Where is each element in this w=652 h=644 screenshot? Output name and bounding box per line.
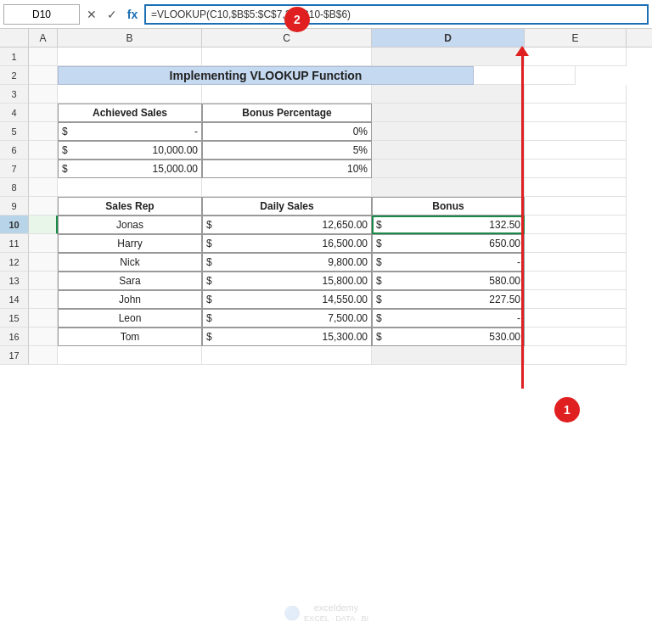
row-header-17: 17 <box>0 346 29 365</box>
row-7: 7 $ 15,000.00 10% <box>0 160 652 178</box>
col-header-b[interactable]: B <box>58 29 202 47</box>
cell-d7[interactable] <box>372 160 525 178</box>
cell-d17[interactable] <box>372 346 525 365</box>
cell-e10[interactable] <box>525 216 627 234</box>
col-header-a[interactable]: A <box>29 29 58 47</box>
cell-c14[interactable]: $ 14,550.00 <box>202 290 372 309</box>
cell-b15[interactable]: Leon <box>58 309 202 328</box>
cell-d10-bonus[interactable]: $ 132.50 <box>372 216 525 234</box>
bonus-header[interactable]: Bonus <box>372 197 525 216</box>
cell-c17[interactable] <box>202 346 372 365</box>
row-header-12: 12 <box>0 253 29 272</box>
cell-c12[interactable]: $ 9,800.00 <box>202 253 372 272</box>
cell-c7[interactable]: 10% <box>202 160 372 178</box>
cell-b8[interactable] <box>58 178 202 197</box>
cell-e4[interactable] <box>525 104 627 122</box>
row-4: 4 Achieved Sales Bonus Percentage <box>0 104 652 122</box>
cell-e13[interactable] <box>525 272 627 290</box>
cell-c10-sales[interactable]: $ 12,650.00 <box>202 216 372 234</box>
row-9: 9 Sales Rep Daily Sales Bonus <box>0 197 652 216</box>
cell-b12[interactable]: Nick <box>58 253 202 272</box>
cell-b5[interactable]: $ - <box>58 122 202 141</box>
cell-reference-box[interactable]: D10 <box>3 4 80 25</box>
cell-c11[interactable]: $ 16,500.00 <box>202 234 372 253</box>
cell-e2[interactable] <box>474 66 576 85</box>
cell-b13[interactable]: Sara <box>58 272 202 290</box>
cell-e5[interactable] <box>525 122 627 141</box>
cell-d11[interactable]: $ 650.00 <box>372 234 525 253</box>
cell-e11[interactable] <box>525 234 627 253</box>
cell-d13[interactable]: $ 580.00 <box>372 272 525 290</box>
row-header-16: 16 <box>0 328 29 346</box>
cell-c16[interactable]: $ 15,300.00 <box>202 328 372 346</box>
cell-a4[interactable] <box>29 104 58 122</box>
cell-a11[interactable] <box>29 234 58 253</box>
sales-rep-header[interactable]: Sales Rep <box>58 197 202 216</box>
title-cell[interactable]: Implementing VLOOKUP Function <box>58 66 474 85</box>
cell-d15[interactable]: $ - <box>372 309 525 328</box>
col-header-d[interactable]: D <box>372 29 525 47</box>
cell-b1[interactable] <box>58 48 202 66</box>
row-16: 16 Tom $ 15,300.00 $ 530.00 <box>0 328 652 346</box>
cell-e7[interactable] <box>525 160 627 178</box>
cell-a7[interactable] <box>29 160 58 178</box>
daily-sales-header[interactable]: Daily Sales <box>202 197 372 216</box>
cell-c8[interactable] <box>202 178 372 197</box>
cell-d4[interactable] <box>372 104 525 122</box>
cell-d8[interactable] <box>372 178 525 197</box>
cell-a16[interactable] <box>29 328 58 346</box>
cell-c6[interactable]: 5% <box>202 141 372 160</box>
cell-a5[interactable] <box>29 122 58 141</box>
cell-a1[interactable] <box>29 48 58 66</box>
col-header-c[interactable]: C <box>202 29 372 47</box>
cell-a9[interactable] <box>29 197 58 216</box>
cell-b14[interactable]: John <box>58 290 202 309</box>
cell-d16[interactable]: $ 530.00 <box>372 328 525 346</box>
cell-b11[interactable]: Harry <box>58 234 202 253</box>
cell-c3[interactable] <box>202 85 372 104</box>
cell-b6[interactable]: $ 10,000.00 <box>58 141 202 160</box>
cell-b10-name[interactable]: Jonas <box>58 216 202 234</box>
cell-a6[interactable] <box>29 141 58 160</box>
cell-d12[interactable]: $ - <box>372 253 525 272</box>
cell-c13[interactable]: $ 15,800.00 <box>202 272 372 290</box>
col-header-e[interactable]: E <box>525 29 627 47</box>
insert-function-icon[interactable]: fx <box>124 6 141 23</box>
cell-a14[interactable] <box>29 290 58 309</box>
cell-e3[interactable] <box>525 85 627 104</box>
cell-a10[interactable] <box>29 216 58 234</box>
cell-a15[interactable] <box>29 309 58 328</box>
cell-e8[interactable] <box>525 178 627 197</box>
cell-e6[interactable] <box>525 141 627 160</box>
cell-a17[interactable] <box>29 346 58 365</box>
cell-a12[interactable] <box>29 253 58 272</box>
cell-d1[interactable] <box>372 48 525 66</box>
cell-a3[interactable] <box>29 85 58 104</box>
cell-b7[interactable]: $ 15,000.00 <box>58 160 202 178</box>
cell-a2[interactable] <box>29 66 58 85</box>
cell-b3[interactable] <box>58 85 202 104</box>
formula-input[interactable] <box>144 4 649 25</box>
cell-d6[interactable] <box>372 141 525 160</box>
cell-c15[interactable]: $ 7,500.00 <box>202 309 372 328</box>
cell-d5[interactable] <box>372 122 525 141</box>
achieved-sales-header[interactable]: Achieved Sales <box>58 104 202 122</box>
cell-d3[interactable] <box>372 85 525 104</box>
cell-c5[interactable]: 0% <box>202 122 372 141</box>
confirm-icon[interactable]: ✓ <box>104 6 121 23</box>
cell-e9[interactable] <box>525 197 627 216</box>
cell-e15[interactable] <box>525 309 627 328</box>
bonus-percentage-header[interactable]: Bonus Percentage <box>202 104 372 122</box>
cell-b16[interactable]: Tom <box>58 328 202 346</box>
cell-e12[interactable] <box>525 253 627 272</box>
cancel-icon[interactable]: ✕ <box>83 6 100 23</box>
cell-d14[interactable]: $ 227.50 <box>372 290 525 309</box>
cell-a8[interactable] <box>29 178 58 197</box>
cell-c1[interactable] <box>202 48 372 66</box>
cell-e14[interactable] <box>525 290 627 309</box>
cell-e17[interactable] <box>525 346 627 365</box>
cell-b17[interactable] <box>58 346 202 365</box>
cell-e1[interactable] <box>525 48 627 66</box>
cell-e16[interactable] <box>525 328 627 346</box>
cell-a13[interactable] <box>29 272 58 290</box>
